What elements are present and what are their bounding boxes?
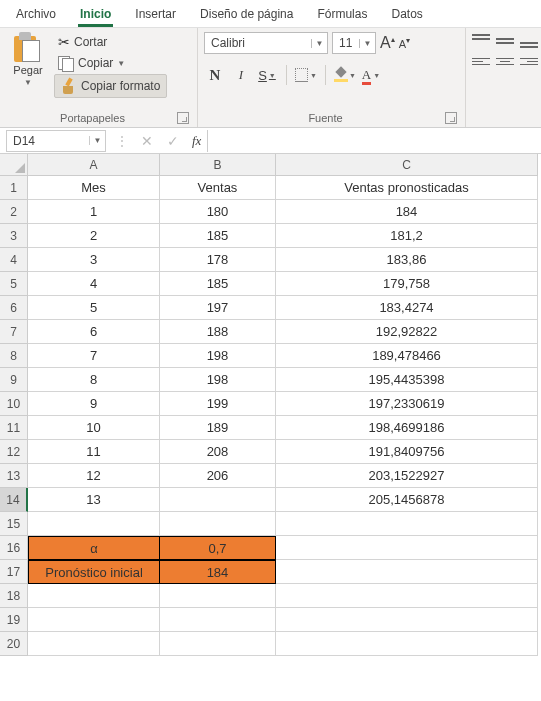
cell[interactable]: Ventas pronosticadas — [276, 176, 538, 200]
cell[interactable]: 208 — [160, 440, 276, 464]
col-header-A[interactable]: A — [28, 154, 160, 176]
cell[interactable]: 3 — [28, 248, 160, 272]
col-header-B[interactable]: B — [160, 154, 276, 176]
cell[interactable]: 2 — [28, 224, 160, 248]
underline-button[interactable]: S▼ — [256, 64, 278, 86]
insert-function-button[interactable]: fx — [186, 133, 207, 149]
cell[interactable]: 8 — [28, 368, 160, 392]
cell[interactable] — [276, 536, 538, 560]
bold-button[interactable]: N — [204, 64, 226, 86]
col-header-C[interactable]: C — [276, 154, 538, 176]
cell[interactable]: 0,7 — [160, 536, 276, 560]
paste-dropdown[interactable]: ▼ — [24, 78, 32, 87]
copy-dropdown[interactable]: ▼ — [117, 59, 125, 68]
cell[interactable]: 198,4699186 — [276, 416, 538, 440]
cell[interactable]: α — [28, 536, 160, 560]
fill-color-button[interactable]: ▼ — [334, 64, 356, 86]
menu-diseno-pagina[interactable]: Diseño de página — [188, 2, 305, 26]
cell[interactable]: 184 — [276, 200, 538, 224]
cell[interactable]: 179,758 — [276, 272, 538, 296]
border-button[interactable]: ▼ — [295, 64, 317, 86]
select-all-corner[interactable] — [0, 154, 28, 176]
cell[interactable]: 205,1456878 — [276, 488, 538, 512]
align-right-button[interactable] — [520, 54, 538, 68]
row-header[interactable]: 4 — [0, 248, 28, 272]
cell[interactable]: 189 — [160, 416, 276, 440]
cell[interactable]: 185 — [160, 272, 276, 296]
name-box-caret[interactable]: ▼ — [89, 136, 105, 145]
font-size-select[interactable]: 11 ▼ — [332, 32, 376, 54]
align-bottom-button[interactable] — [520, 34, 538, 48]
row-header[interactable]: 13 — [0, 464, 28, 488]
font-color-button[interactable]: A▼ — [360, 64, 382, 86]
cell[interactable]: 188 — [160, 320, 276, 344]
decrease-font-button[interactable]: A▾ — [399, 36, 410, 50]
cell[interactable]: 185 — [160, 224, 276, 248]
menu-datos[interactable]: Datos — [379, 2, 428, 26]
row-header[interactable]: 20 — [0, 632, 28, 656]
cell[interactable]: 180 — [160, 200, 276, 224]
align-top-button[interactable] — [472, 34, 490, 48]
cell[interactable] — [276, 512, 538, 536]
cell[interactable]: 198 — [160, 344, 276, 368]
row-header[interactable]: 10 — [0, 392, 28, 416]
menu-archivo[interactable]: Archivo — [4, 2, 68, 26]
align-middle-button[interactable] — [496, 34, 514, 48]
cell[interactable]: 13 — [28, 488, 160, 512]
cell[interactable]: Ventas — [160, 176, 276, 200]
accept-formula-button[interactable]: ✓ — [160, 133, 186, 149]
copy-button[interactable]: Copiar ▼ — [54, 54, 167, 72]
row-header[interactable]: 5 — [0, 272, 28, 296]
paste-button[interactable]: Pegar ▼ — [6, 32, 50, 109]
formula-input[interactable] — [207, 130, 541, 152]
cell[interactable] — [276, 584, 538, 608]
cell[interactable]: 197 — [160, 296, 276, 320]
cell[interactable]: 183,86 — [276, 248, 538, 272]
font-launcher[interactable] — [445, 112, 457, 124]
cell[interactable] — [276, 608, 538, 632]
cell[interactable]: 178 — [160, 248, 276, 272]
cell[interactable]: 183,4274 — [276, 296, 538, 320]
cell[interactable]: 181,2 — [276, 224, 538, 248]
cell[interactable] — [28, 584, 160, 608]
cell[interactable] — [28, 632, 160, 656]
font-name-caret[interactable]: ▼ — [311, 39, 327, 48]
cell[interactable] — [160, 608, 276, 632]
name-box[interactable]: D14 ▼ — [6, 130, 106, 152]
menu-formulas[interactable]: Fórmulas — [305, 2, 379, 26]
cell[interactable]: 1 — [28, 200, 160, 224]
row-header[interactable]: 8 — [0, 344, 28, 368]
italic-button[interactable]: I — [230, 64, 252, 86]
row-header[interactable]: 7 — [0, 320, 28, 344]
row-header[interactable]: 19 — [0, 608, 28, 632]
cell[interactable] — [160, 584, 276, 608]
cell[interactable]: 12 — [28, 464, 160, 488]
cell[interactable]: 206 — [160, 464, 276, 488]
row-header[interactable]: 14 — [0, 488, 28, 512]
cell[interactable]: 11 — [28, 440, 160, 464]
cell[interactable]: 191,8409756 — [276, 440, 538, 464]
cell[interactable] — [276, 560, 538, 584]
font-size-caret[interactable]: ▼ — [359, 39, 375, 48]
cell[interactable]: 203,1522927 — [276, 464, 538, 488]
increase-font-button[interactable]: A▴ — [380, 34, 395, 52]
cell[interactable]: 10 — [28, 416, 160, 440]
row-header[interactable]: 17 — [0, 560, 28, 584]
menu-insertar[interactable]: Insertar — [123, 2, 188, 26]
clipboard-launcher[interactable] — [177, 112, 189, 124]
font-name-select[interactable]: Calibri ▼ — [204, 32, 328, 54]
cell[interactable]: 9 — [28, 392, 160, 416]
cell[interactable] — [276, 632, 538, 656]
cell[interactable] — [160, 488, 276, 512]
row-header[interactable]: 9 — [0, 368, 28, 392]
cell[interactable]: 197,2330619 — [276, 392, 538, 416]
cell[interactable]: Mes — [28, 176, 160, 200]
row-header[interactable]: 1 — [0, 176, 28, 200]
cell[interactable] — [28, 512, 160, 536]
cell[interactable] — [160, 512, 276, 536]
row-header[interactable]: 3 — [0, 224, 28, 248]
cell[interactable]: 184 — [160, 560, 276, 584]
format-painter-button[interactable]: Copiar formato — [54, 74, 167, 98]
cell[interactable]: 189,478466 — [276, 344, 538, 368]
cell[interactable] — [28, 608, 160, 632]
